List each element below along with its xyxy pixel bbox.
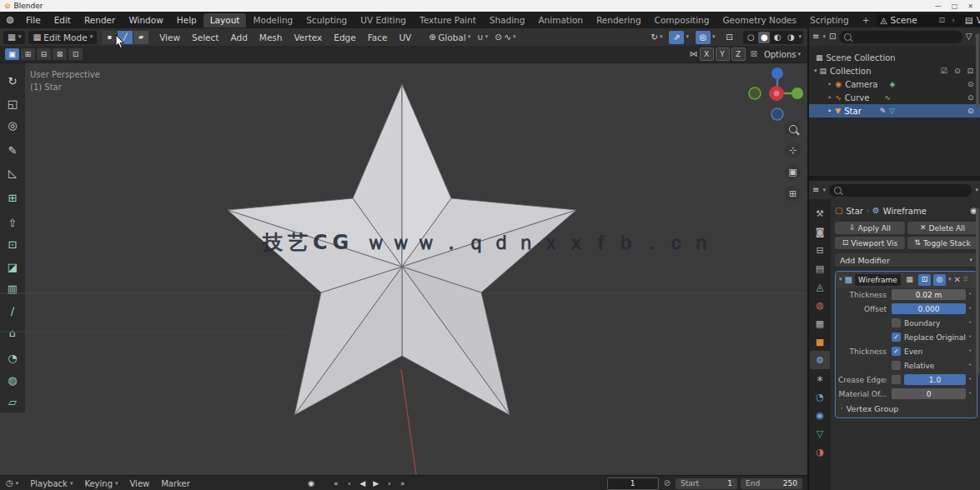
frame-start-field[interactable]: Start 1 — [676, 478, 737, 489]
tab-object-data[interactable]: ▽ — [810, 424, 830, 442]
properties-display-icon[interactable]: ≡ — [812, 186, 819, 194]
add-modifier-dropdown[interactable]: Add Modifier ▾ — [835, 253, 977, 267]
viewport-menu-mesh[interactable]: Mesh — [254, 32, 289, 42]
menu-file[interactable]: File — [19, 15, 48, 25]
snapping-toggle[interactable]: ⇗ — [669, 31, 684, 44]
replace-original-checkbox[interactable]: ✓ — [892, 332, 901, 342]
animate-dot[interactable]: • — [966, 348, 974, 354]
scrollbar-thumb[interactable] — [976, 208, 979, 375]
workspace-tab-uv-editing[interactable]: UV Editing — [354, 13, 413, 28]
blender-menu-icon[interactable]: ⊚ — [6, 15, 14, 25]
crease-weight-slider[interactable]: 1.0 — [904, 374, 966, 385]
viewport-menu-face[interactable]: Face — [362, 32, 394, 42]
animate-dot[interactable]: • — [966, 320, 974, 326]
gizmo-axis-z[interactable] — [771, 68, 783, 79]
modifier-panel-header[interactable]: ▾ ▩ Wireframe ▦ ⊡ ◎ ▾ ✕ ⠿ — [836, 272, 977, 288]
animate-dot[interactable]: • — [966, 334, 974, 340]
maximize-button[interactable]: □ — [952, 2, 958, 10]
viewport-menu-add[interactable]: Add — [224, 32, 253, 42]
timeline-editor-button[interactable]: ◷ ▾ — [0, 479, 24, 488]
workspace-tab-geometry-nodes[interactable]: Geometry Nodes — [716, 13, 803, 28]
modifier-close-icon[interactable]: ✕ — [953, 276, 960, 284]
modifier-extras-icon[interactable]: ▾ — [948, 277, 952, 282]
viewport-menu-select[interactable]: Select — [186, 32, 224, 42]
navigation-gizmo[interactable] — [746, 65, 805, 123]
toggle-stack-button[interactable]: ⇅ Toggle Stack — [907, 237, 977, 249]
gizmo-axis-y[interactable] — [792, 88, 803, 99]
prev-keyframe-button[interactable]: ‹ — [343, 478, 356, 489]
auto-keying-toggle[interactable]: ◉ — [304, 478, 318, 489]
eye-icon[interactable]: ⊙ — [954, 68, 961, 75]
workspace-tab-texture-paint[interactable]: Texture Paint — [413, 13, 483, 28]
jump-to-start-button[interactable]: « — [329, 478, 343, 489]
animate-dot[interactable]: • — [966, 306, 974, 312]
modifier-editmode-toggle[interactable]: ▦ — [903, 274, 916, 286]
tab-object[interactable]: ■ — [810, 332, 830, 351]
mirror-y-button[interactable]: Y — [716, 48, 730, 61]
next-keyframe-button[interactable]: › — [383, 478, 396, 489]
even-checkbox[interactable]: ✓ — [892, 347, 901, 356]
current-frame-field[interactable]: 1 — [607, 478, 659, 490]
select-mode-subtract-button[interactable]: ⊟ — [37, 48, 51, 60]
playback-menu[interactable]: Playback▾ — [24, 479, 78, 488]
tab-view-layer[interactable]: ▤ — [810, 259, 830, 278]
play-button[interactable]: ▶ — [369, 478, 383, 489]
apply-all-button[interactable]: ⇩ Apply All — [835, 222, 905, 234]
breadcrumb-modifier[interactable]: Wireframe — [883, 207, 927, 216]
eye-icon[interactable]: ⊙ — [967, 94, 974, 102]
viewport-vis-button[interactable]: ⊡ Viewport Vis — [835, 237, 905, 249]
minimize-button[interactable]: — — [935, 2, 942, 10]
mode-dropdown[interactable]: ▦ Edit Mode ▾ — [28, 31, 97, 44]
vertex-group-section[interactable]: › Vertex Group — [836, 401, 977, 416]
tab-tool[interactable]: ⚒ — [810, 204, 830, 222]
snap-magnet-icon[interactable]: ∪ — [477, 32, 484, 42]
thickness-slider[interactable]: 0.02 m — [892, 289, 966, 300]
scene-selector[interactable]: ◬ Scene ⊡ › — [877, 14, 961, 27]
workspace-tab-shading[interactable]: Shading — [483, 13, 532, 28]
crease-edges-checkbox[interactable] — [892, 375, 901, 384]
gizmo-axis-z-neg[interactable] — [771, 108, 783, 120]
render-visibility-icon[interactable]: ⊡ — [967, 68, 973, 75]
viewport-menu-uv[interactable]: UV — [393, 32, 417, 42]
view-layer-selector[interactable]: ▤ ViewLayer ⊡ ✕ — [961, 14, 980, 27]
marker-menu[interactable]: Marker — [155, 479, 196, 488]
orientation-dropdown[interactable]: Global — [438, 32, 466, 42]
workspace-tab-rendering[interactable]: Rendering — [590, 13, 648, 28]
workspace-tab-layout[interactable]: Layout — [204, 13, 247, 28]
shading-rendered-button[interactable]: ◑ — [785, 32, 797, 43]
jump-to-end-button[interactable]: » — [396, 478, 410, 489]
viewport-3d[interactable]: User Perspective (1) Star 技艺CG ｗｗｗ．ｑｄｎｘｘ… — [0, 62, 807, 475]
pan-button[interactable]: ⊹ — [785, 142, 801, 158]
gizmo-axis-y-neg[interactable] — [749, 88, 761, 99]
tweak-fallback-icon[interactable]: ⊠ — [751, 50, 757, 58]
tab-output[interactable]: ⊟ — [810, 241, 830, 259]
modifier-render-toggle[interactable]: ◎ — [933, 274, 946, 286]
keying-menu[interactable]: Keying▾ — [78, 479, 123, 488]
menu-edit[interactable]: Edit — [48, 15, 78, 25]
camera-view-button[interactable]: ▣ — [785, 164, 801, 180]
orthographic-toggle-button[interactable]: ⊞ — [785, 186, 801, 202]
overlays-toggle[interactable]: ◎ — [696, 31, 711, 44]
falloff-curve-icon[interactable]: ∿ — [504, 32, 511, 42]
material-offset-field[interactable]: 0 — [892, 388, 966, 399]
select-mode-invert-button[interactable]: ⊠ — [53, 48, 67, 60]
zoom-button[interactable] — [785, 121, 801, 137]
tab-constraints[interactable]: ◉ — [810, 406, 830, 424]
outliner-row-collection[interactable]: ▾ ▤ Collection ☑ ⊙ ⊡ — [809, 64, 980, 78]
viewport-menu-edge[interactable]: Edge — [328, 32, 361, 42]
animate-dot[interactable]: • — [966, 292, 974, 298]
options-dropdown[interactable]: Options — [764, 50, 797, 59]
outliner-row-scene-collection[interactable]: ▦ Scene Collection — [809, 51, 980, 64]
offset-slider[interactable]: 0.000 — [892, 303, 966, 314]
tab-modifiers[interactable]: ⚙ — [810, 351, 830, 369]
preview-range-icon[interactable]: ⊘ — [664, 479, 671, 488]
exclude-checkbox-icon[interactable]: ☑ — [941, 68, 947, 75]
add-workspace-button[interactable]: + — [856, 13, 877, 28]
modifier-realtime-toggle[interactable]: ⊡ — [918, 274, 931, 286]
xray-toggle[interactable]: ⊡ — [721, 31, 736, 44]
show-gizmo-icon[interactable]: ↻ — [651, 32, 658, 42]
close-button[interactable]: ✕ — [967, 2, 973, 10]
tab-scene[interactable]: ◬ — [810, 278, 830, 296]
shading-solid-button[interactable]: ● — [758, 32, 770, 43]
workspace-tab-animation[interactable]: Animation — [531, 13, 590, 28]
